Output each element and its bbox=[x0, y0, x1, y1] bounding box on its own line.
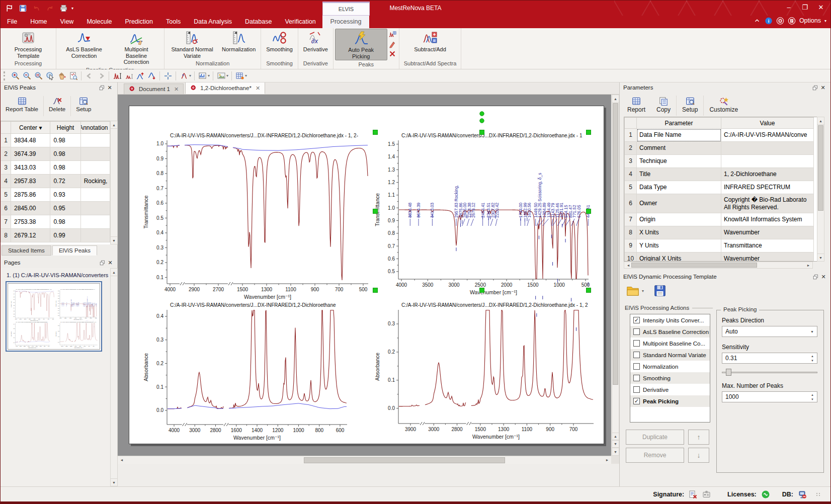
row-number[interactable]: 6 bbox=[1, 202, 11, 215]
db-disconnected-icon[interactable] bbox=[798, 490, 807, 499]
move-down-button[interactable]: ↓ bbox=[688, 448, 709, 463]
peaks-region-button[interactable] bbox=[123, 70, 134, 81]
sensitivity-slider[interactable] bbox=[722, 369, 817, 376]
parameter-name[interactable]: Comment bbox=[637, 142, 721, 155]
page-thumbnail[interactable]: 0.10.20.30.40.50.60.70.80.91.04000290027… bbox=[6, 281, 102, 352]
quick-access-caret-icon[interactable]: ▾ bbox=[71, 6, 73, 11]
signature-invalid-icon[interactable] bbox=[689, 490, 698, 499]
pointer-button[interactable] bbox=[44, 70, 56, 81]
parameters-grid[interactable]: ParameterValue1Data File NameC:/A-IR-UV-… bbox=[624, 117, 814, 262]
close-panel-icon[interactable]: ✕ bbox=[819, 83, 827, 92]
cell[interactable]: 0.98 bbox=[50, 161, 80, 175]
ribbon-button-subtract-add[interactable]: Subtract/Add bbox=[410, 29, 450, 53]
image-options-button[interactable] bbox=[215, 70, 227, 81]
ribbon-button-asls-baseline-correction[interactable]: AsLS Baseline Correction bbox=[58, 29, 110, 59]
parameter-row[interactable]: 10Original X UnitsWavenumber bbox=[625, 253, 814, 262]
row-number[interactable]: 4 bbox=[625, 168, 637, 181]
cell[interactable]: 0.98 bbox=[50, 215, 80, 229]
cell[interactable] bbox=[80, 134, 110, 147]
mnova-logo-button[interactable] bbox=[4, 3, 15, 14]
tab-elvis-peaks[interactable]: ElViS Peaks bbox=[52, 245, 97, 256]
cell[interactable] bbox=[80, 229, 110, 242]
cell[interactable]: 2845.00 bbox=[11, 202, 50, 215]
page-down-icon[interactable]: ▼ bbox=[612, 440, 619, 448]
parameter-name[interactable]: Owner bbox=[637, 194, 721, 213]
row-number[interactable]: 6 bbox=[625, 194, 637, 213]
parameter-value[interactable] bbox=[721, 155, 814, 168]
cell[interactable]: 3674.39 bbox=[11, 147, 50, 161]
license-ok-icon[interactable] bbox=[761, 490, 770, 499]
parameter-name[interactable]: Data Type bbox=[637, 181, 721, 194]
scroll-up-icon[interactable]: ▲ bbox=[817, 117, 824, 125]
ribbon-button-standard-normal-variate[interactable]: Standard Normal Variate bbox=[166, 29, 218, 59]
parameters-table[interactable]: ParameterValue1Data File NameC:/A-IR-UV-… bbox=[624, 117, 821, 262]
table-options-button[interactable] bbox=[234, 70, 245, 81]
row-number[interactable]: 3 bbox=[625, 155, 637, 168]
scroll-left-icon[interactable]: ◄ bbox=[118, 456, 126, 464]
float-panel-icon[interactable] bbox=[98, 259, 106, 267]
parameters-hscrollbar[interactable]: ◄ ► bbox=[624, 262, 813, 269]
processing-actions-list[interactable]: ✓Intensity Units Conver...AsLS Baseline … bbox=[630, 314, 710, 423]
page-thumbnail-label[interactable]: 1. (1) C:/A-IR-UV-VIS-RAMAN/converters bbox=[7, 272, 108, 278]
menu-item-view[interactable]: View bbox=[54, 16, 80, 28]
scrollbar-thumb[interactable] bbox=[631, 263, 757, 268]
zoom-out-button[interactable] bbox=[21, 70, 33, 81]
canvas-horizontal-scrollbar[interactable]: ◄ ► bbox=[118, 456, 611, 464]
table-row[interactable]: 13834.480.98 bbox=[1, 134, 110, 147]
pan-button[interactable] bbox=[56, 70, 67, 81]
checkbox-icon[interactable] bbox=[633, 352, 640, 358]
cell[interactable]: Rocking, bbox=[80, 175, 110, 188]
contextual-tab-elvis[interactable]: ELVIS bbox=[322, 2, 370, 16]
cell[interactable]: 3413.03 bbox=[11, 161, 50, 175]
scroll-up-icon[interactable]: ▲ bbox=[111, 121, 117, 129]
parameter-name[interactable]: X Units bbox=[637, 226, 721, 239]
document-tab-1-2-dichloroethane[interactable]: 1,2-Dichloroethane*✕ bbox=[185, 82, 265, 94]
tab-stacked-items[interactable]: Stacked Items bbox=[2, 245, 51, 256]
undo-button[interactable] bbox=[31, 3, 42, 14]
scroll-down-icon[interactable]: ▼ bbox=[817, 254, 824, 261]
column-header-annotation[interactable]: Annotation bbox=[80, 122, 110, 134]
redo-button[interactable] bbox=[44, 3, 55, 14]
save-button[interactable] bbox=[17, 3, 28, 14]
peaks-table[interactable]: Center ▾HeightAnnotation13834.480.982367… bbox=[1, 121, 110, 244]
tab-close-icon[interactable]: ✕ bbox=[255, 85, 260, 92]
parameters-vscrollbar[interactable]: ▲ ▼ bbox=[817, 117, 824, 262]
parameter-row[interactable]: 7OriginKnowItAll Informatics System bbox=[625, 213, 814, 226]
cell[interactable]: 2679.12 bbox=[11, 229, 50, 242]
options-caret-icon[interactable]: ▾ bbox=[824, 19, 826, 23]
table-row[interactable]: 42957.830.72Rocking, bbox=[1, 175, 110, 188]
checkbox-icon[interactable] bbox=[633, 328, 640, 335]
cell[interactable] bbox=[80, 202, 110, 215]
report-button[interactable]: Report bbox=[622, 95, 651, 113]
cell[interactable] bbox=[80, 161, 110, 175]
parameter-value[interactable]: Transmittance bbox=[721, 239, 814, 253]
setup-button[interactable]: Setup bbox=[71, 95, 96, 112]
peak-add-button[interactable] bbox=[134, 70, 146, 81]
report-table-button[interactable]: Report Table bbox=[1, 95, 43, 112]
cell[interactable]: 2957.83 bbox=[11, 175, 50, 188]
slider-thumb[interactable] bbox=[726, 369, 731, 376]
scroll-down-icon[interactable]: ▼ bbox=[111, 478, 117, 486]
column-header-value[interactable]: Value bbox=[721, 118, 814, 129]
parameter-value[interactable]: C:/A-IR-UV-VIS-RAMAN/conve bbox=[721, 129, 814, 142]
scrollbar-thumb[interactable] bbox=[613, 103, 618, 385]
spinner-arrows[interactable]: ▲▼ bbox=[808, 354, 816, 363]
peak-style-button[interactable] bbox=[178, 70, 190, 81]
ribbon-button-smoothing[interactable]: Smoothing bbox=[263, 29, 296, 53]
cell[interactable]: 0.72 bbox=[50, 175, 80, 188]
action-item-normalization[interactable]: Normalization bbox=[630, 361, 710, 372]
parameter-value[interactable] bbox=[721, 142, 814, 155]
parameter-value[interactable]: Wavenumber bbox=[721, 253, 814, 262]
ribbon-button-multipoint-baseline-correction[interactable]: Multipoint Baseline Correction bbox=[110, 29, 162, 66]
column-header-parameter[interactable]: Parameter bbox=[637, 118, 721, 129]
ribbon-button-auto-peak-picking[interactable]: Auto Peak Picking bbox=[335, 29, 387, 60]
book-icon[interactable] bbox=[788, 17, 796, 25]
cell[interactable]: 0.98 bbox=[50, 134, 80, 147]
menu-item-tools[interactable]: Tools bbox=[159, 16, 187, 28]
menu-item-database[interactable]: Database bbox=[238, 16, 279, 28]
parameter-name[interactable]: Original X Units bbox=[637, 253, 721, 262]
document-canvas[interactable]: 0.10.20.30.40.50.60.70.80.91.04000290027… bbox=[118, 95, 611, 456]
parameter-value[interactable]: Copyright � Bio-Rad Laborato All Rights … bbox=[721, 194, 814, 213]
peak-remove-button[interactable] bbox=[146, 70, 157, 81]
setup-button[interactable]: Setup bbox=[677, 95, 703, 113]
